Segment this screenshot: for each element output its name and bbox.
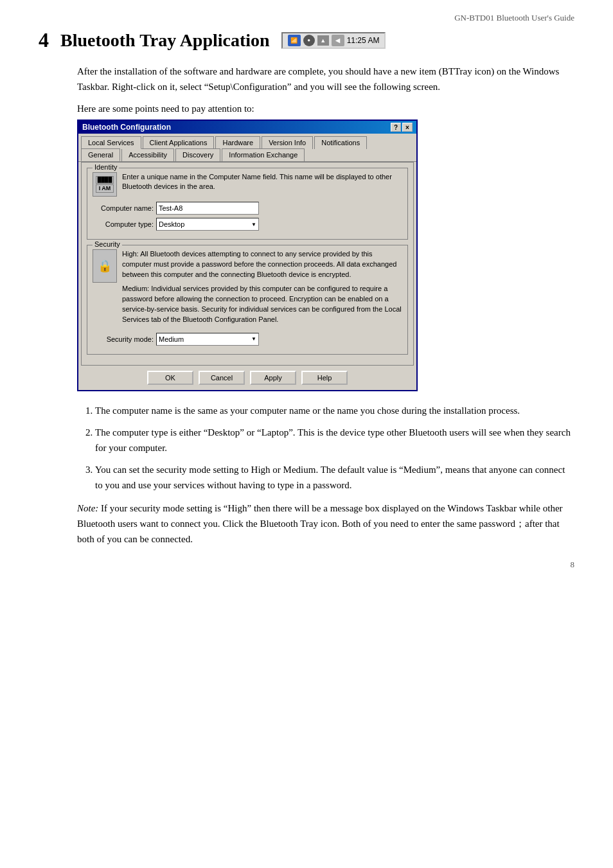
chapter-number: 4 (39, 28, 49, 52)
dialog-wrapper: Bluetooth Configuration ? × Local Servic… (77, 120, 574, 391)
dialog-button-row: OK Cancel Apply Help (78, 368, 416, 390)
chapter-heading: 4 Bluetooth Tray Application 📶 ● ▲ ◀ 11:… (39, 28, 574, 52)
points-intro-text: Here are some points need to pay attenti… (77, 103, 574, 114)
security-mode-row: Security mode: Medium ▼ (93, 333, 402, 346)
list-item-3: You can set the security mode setting to… (95, 462, 574, 493)
note-block: Note: If your security mode setting is “… (77, 500, 574, 547)
tab-hardware[interactable]: Hardware (215, 136, 260, 149)
tab-general[interactable]: General (81, 148, 120, 161)
security-icon: 🔒 (93, 249, 117, 283)
dialog-titlebar: Bluetooth Configuration ? × (78, 121, 416, 134)
tab-client-applications[interactable]: Client Applications (143, 136, 215, 149)
security-section-label: Security (93, 240, 122, 248)
computer-name-row: Computer name: (93, 202, 402, 215)
bt-icon3: ▲ (317, 35, 329, 46)
apply-button[interactable]: Apply (250, 371, 296, 385)
intro-paragraph1: After the installation of the software a… (77, 64, 574, 94)
help-button-title[interactable]: ? (391, 123, 401, 132)
computer-name-input[interactable] (156, 202, 259, 215)
close-button-title[interactable]: × (402, 123, 413, 132)
tab-local-services[interactable]: Local Services (81, 136, 141, 149)
titlebar-buttons: ? × (391, 123, 413, 132)
cancel-button[interactable]: Cancel (199, 371, 245, 385)
computer-type-select[interactable]: Desktop ▼ (156, 218, 259, 231)
tab-discovery[interactable]: Discovery (175, 148, 220, 161)
computer-type-row: Computer type: Desktop ▼ (93, 218, 402, 231)
list-item-2: The computer type is either “Desktop” or… (95, 425, 574, 456)
identity-body: ████ I AM Enter a unique name in the Com… (93, 172, 402, 197)
security-section: Security 🔒 High: All Bluetooth devices a… (87, 245, 408, 355)
identity-description: Enter a unique name in the Computer Name… (122, 172, 402, 192)
tab-notifications[interactable]: Notifications (314, 136, 367, 149)
security-medium-text: Medium: Individual services provided by … (122, 284, 402, 325)
tab-accessibility[interactable]: Accessibility (121, 148, 174, 161)
computer-name-label: Computer name: (93, 204, 154, 212)
identity-icon: ████ I AM (93, 172, 117, 197)
guide-title: GN-BTD01 Bluetooth User's Guide (454, 13, 574, 23)
security-high-text: High: All Bluetooth devices attempting t… (122, 249, 402, 280)
note-text: If your security mode setting is “High” … (77, 503, 563, 544)
dropdown-arrow-security: ▼ (251, 336, 256, 342)
bluetooth-config-dialog: Bluetooth Configuration ? × Local Servic… (77, 120, 418, 391)
taskbar-time: 11:25 AM (347, 36, 380, 45)
security-mode-label: Security mode: (93, 335, 154, 343)
header-line: GN-BTD01 Bluetooth User's Guide (39, 13, 574, 23)
ok-button[interactable]: OK (147, 371, 193, 385)
identity-section-label: Identity (93, 163, 119, 171)
identity-section: Identity ████ I AM Enter a unique name i… (87, 168, 408, 240)
tabs-row2: General Accessibility Discovery Informat… (78, 148, 416, 162)
tabs-row1: Local Services Client Applications Hardw… (78, 134, 416, 149)
bt-icon2: ● (303, 35, 315, 46)
help-button[interactable]: Help (301, 371, 348, 385)
security-body: 🔒 High: All Bluetooth devices attempting… (93, 249, 402, 329)
dropdown-arrow-type: ▼ (251, 222, 256, 227)
chapter-title: Bluetooth Tray Application (60, 30, 270, 51)
tab-information-exchange[interactable]: Information Exchange (222, 148, 305, 161)
dialog-title: Bluetooth Configuration (82, 123, 171, 132)
bt-icon1: 📶 (288, 35, 301, 46)
bt-icon4: ◀ (332, 35, 344, 46)
security-text-block: High: All Bluetooth devices attempting t… (122, 249, 402, 329)
taskbar-icon-box: 📶 ● ▲ ◀ 11:25 AM (281, 32, 386, 49)
note-label: Note: (77, 503, 98, 513)
numbered-list-section: The computer name is the same as your co… (77, 403, 574, 493)
list-item-1: The computer name is the same as your co… (95, 403, 574, 418)
tab-version-info[interactable]: Version Info (262, 136, 313, 149)
security-mode-select[interactable]: Medium ▼ (156, 333, 259, 346)
dialog-content: Identity ████ I AM Enter a unique name i… (81, 162, 414, 366)
page-number: 8 (39, 560, 574, 570)
computer-type-label: Computer type: (93, 220, 154, 228)
